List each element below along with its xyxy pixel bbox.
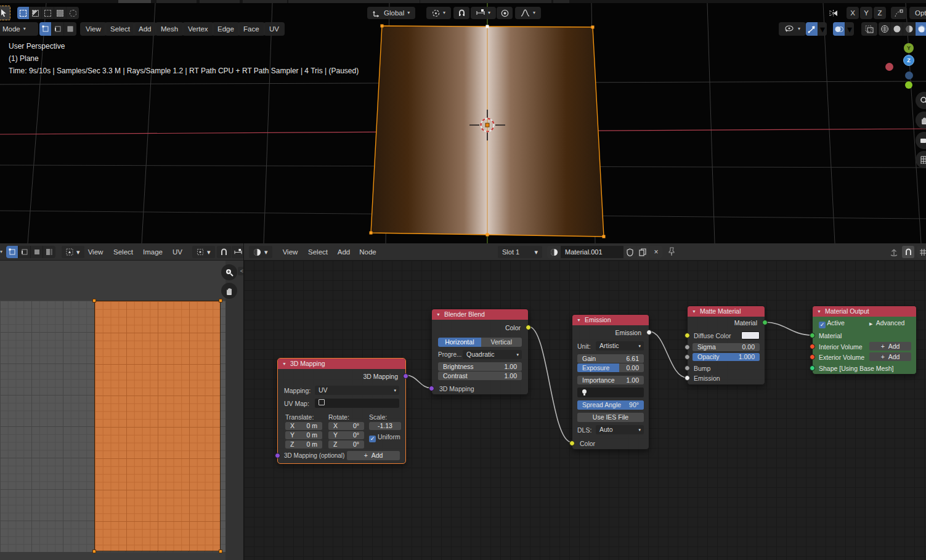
select-invert-button[interactable] — [54, 7, 67, 19]
fake-user-button[interactable] — [623, 246, 636, 258]
rotate-z-field[interactable]: Z0° — [328, 440, 364, 448]
editor-type-dropdown[interactable]: ▾ — [249, 246, 272, 258]
sigma-slider[interactable]: Sigma0.00 — [692, 343, 760, 351]
input-socket-interior-volume[interactable] — [810, 344, 815, 349]
vertex-select-button[interactable] — [39, 22, 52, 36]
add-exterior-volume-button[interactable]: + Add — [869, 352, 911, 361]
add-mapping-button[interactable]: + Add — [347, 451, 400, 460]
vertical-button[interactable]: Vertical — [481, 338, 522, 347]
mirror-x-button[interactable]: X — [847, 7, 859, 19]
tab-modeling[interactable]: Modeling — [156, 0, 197, 3]
opacity-slider[interactable]: Opacity1.000 — [692, 353, 760, 361]
menu-edge[interactable]: Edge — [212, 22, 240, 36]
node-header[interactable]: ▼Material Output — [813, 306, 916, 317]
uv-vertex-handle[interactable] — [219, 299, 222, 302]
input-socket-material[interactable] — [810, 333, 815, 338]
tab-scripting[interactable]: Scripting — [513, 0, 551, 3]
menu-add[interactable]: Add — [133, 22, 156, 36]
node-header[interactable]: ▼Emission — [572, 315, 649, 325]
scale-value-field[interactable]: -1.13 — [369, 422, 401, 430]
uv-vertex-handle[interactable] — [219, 550, 222, 553]
uv-edge-select-button[interactable] — [18, 246, 31, 258]
gain-slider[interactable]: Gain6.61 — [577, 354, 644, 363]
node-emission[interactable]: ▼Emission Emission Unit: Artistic▾ Gain6… — [572, 314, 649, 450]
node-header[interactable]: ▼3D Mapping — [278, 359, 405, 369]
uv-pan-button[interactable] — [221, 283, 237, 299]
overlays-icon[interactable] — [833, 22, 845, 36]
active-checkbox[interactable]: ✓ Active — [819, 319, 845, 327]
region-resize-handle[interactable]: <> — [238, 267, 244, 275]
translate-x-field[interactable]: X0 m — [285, 422, 322, 430]
input-socket-3d-mapping[interactable] — [429, 386, 434, 391]
select-intersect-button[interactable] — [67, 7, 79, 19]
gizmo-x-neg-axis[interactable] — [885, 63, 893, 71]
node-snap-toggle[interactable] — [902, 246, 914, 258]
face-select-button[interactable] — [64, 22, 76, 36]
input-socket-diffuse[interactable] — [684, 333, 690, 338]
uv-pivot-dropdown[interactable]: ▾ — [192, 246, 215, 258]
collapse-icon[interactable]: ▼ — [436, 309, 441, 320]
gizmo-z-neg-axis[interactable] — [905, 71, 913, 79]
node-menu-select[interactable]: Select — [304, 243, 331, 261]
collapse-icon[interactable]: ▼ — [817, 306, 821, 317]
show-gizmo-dropdown[interactable]: ▾ — [779, 22, 806, 36]
input-socket-sigma[interactable] — [684, 344, 690, 350]
tab-sculpting[interactable]: Sculpting — [200, 0, 240, 3]
uv-vertex-handle[interactable] — [92, 550, 96, 553]
input-socket-exterior-volume[interactable] — [810, 354, 815, 360]
output-socket-emission[interactable] — [646, 330, 652, 335]
node-header[interactable]: ▼Blender Blend — [432, 309, 528, 320]
collapse-icon[interactable]: ▼ — [577, 315, 581, 325]
node-header[interactable]: ▼Matte Material — [688, 306, 765, 317]
editor-type-chevron[interactable]: ▾ — [0, 243, 2, 261]
importance-slider[interactable]: Importance1.00 — [577, 376, 644, 384]
select-extend-button[interactable] — [30, 7, 42, 19]
3d-viewport[interactable]: User Perspective (1) Plane Time: 9s/10s … — [0, 3, 926, 243]
mode-dropdown[interactable]: Mode▾ — [0, 22, 38, 36]
collapse-icon[interactable]: ▼ — [692, 306, 696, 317]
active-tool-button[interactable] — [0, 6, 10, 20]
uv-menu-view[interactable]: View — [84, 243, 107, 261]
uniform-checkbox[interactable]: ✓ Uniform — [369, 432, 400, 441]
advanced-expander[interactable]: ▶ Advanced — [869, 319, 904, 327]
input-socket-color[interactable] — [569, 440, 575, 446]
output-socket-material[interactable] — [762, 320, 768, 325]
spread-angle-slider[interactable]: Spread Angle90° — [577, 400, 644, 410]
node-material-output[interactable]: ▼Material Output ✓ Active ▶ Advanced Mat… — [812, 306, 917, 375]
gizmo-y-axis[interactable]: Y — [904, 43, 914, 53]
uv-vertex-handle[interactable] — [92, 299, 96, 302]
diffuse-color-swatch[interactable] — [741, 331, 760, 339]
uv-menu-image[interactable]: Image — [139, 243, 166, 261]
transform-orientation-dropdown[interactable]: Global▾ — [367, 7, 415, 19]
overlays-dropdown[interactable]: ▾ — [845, 22, 854, 36]
options-button[interactable]: Options — [909, 7, 926, 19]
collapse-icon[interactable]: ▼ — [282, 359, 286, 369]
horizontal-button[interactable]: Horizontal — [438, 338, 481, 347]
contrast-slider[interactable]: Contrast1.00 — [438, 371, 522, 380]
snap-target-dropdown[interactable]: ▾ — [471, 7, 496, 19]
tab-shading[interactable]: Shading — [340, 0, 377, 3]
use-ies-file-button[interactable]: Use IES File — [577, 413, 644, 422]
progression-dropdown[interactable]: Quadratic▾ — [463, 350, 522, 359]
dls-dropdown[interactable]: Auto▾ — [596, 425, 644, 434]
exposure-slider[interactable]: Exposure0.00 — [577, 363, 644, 372]
rotate-y-field[interactable]: Y0° — [328, 431, 364, 439]
snap-toggle-button[interactable] — [453, 7, 469, 19]
node-menu-view[interactable]: View — [278, 243, 302, 261]
material-datablock-icon[interactable] — [547, 246, 561, 258]
shader-node-editor[interactable]: ▾ View Select Add Node Slot 1▾ Material.… — [244, 243, 926, 560]
node-matte-material[interactable]: ▼Matte Material Material Diffuse Color S… — [687, 306, 765, 385]
menu-view[interactable]: View — [80, 22, 107, 36]
unlink-datablock-button[interactable]: × — [650, 246, 662, 258]
tab-rendering[interactable]: Rendering — [420, 0, 464, 3]
uv-island[interactable] — [94, 301, 221, 551]
pivot-point-dropdown[interactable]: ▾ — [426, 7, 451, 19]
tab-texture-paint[interactable]: Texture Paint — [288, 0, 340, 3]
solid-shading-button[interactable] — [891, 22, 903, 36]
output-socket-3d-mapping[interactable] — [403, 373, 408, 379]
rendered-shading-button[interactable] — [916, 22, 926, 36]
material-name-field[interactable]: Material.001 — [561, 246, 623, 258]
unit-dropdown[interactable]: Artistic▾ — [596, 341, 644, 351]
material-slot-dropdown[interactable]: Slot 1▾ — [498, 246, 542, 258]
uv-snap-toggle[interactable] — [217, 246, 231, 258]
